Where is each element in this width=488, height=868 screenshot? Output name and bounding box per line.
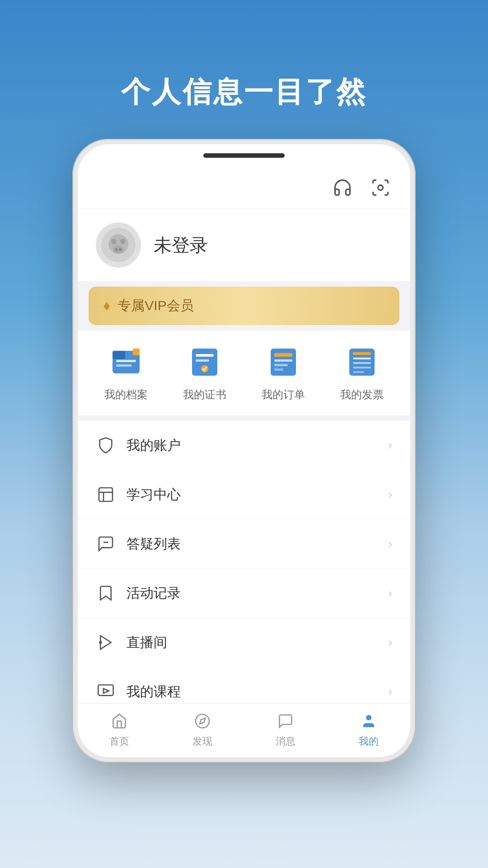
- discover-nav-label: 发现: [192, 735, 212, 748]
- svg-rect-10: [116, 360, 136, 362]
- qa-list-label: 答疑列表: [127, 535, 377, 553]
- activity-arrow-icon: ›: [388, 586, 392, 600]
- nav-messages[interactable]: 消息: [249, 711, 322, 748]
- svg-point-4: [120, 239, 126, 244]
- phone-notch: [78, 144, 410, 167]
- avatar: [96, 222, 141, 268]
- svg-rect-25: [353, 358, 371, 359]
- svg-rect-28: [353, 371, 364, 373]
- svg-point-3: [111, 239, 117, 244]
- svg-rect-19: [274, 353, 292, 357]
- app-header: [78, 167, 410, 209]
- svg-rect-22: [274, 368, 283, 371]
- messages-nav-label: 消息: [276, 735, 296, 748]
- live-arrow-icon: ›: [388, 635, 392, 650]
- hero-title: 个人信息一目了然: [121, 72, 367, 112]
- live-room-label: 直播间: [127, 633, 377, 652]
- svg-rect-16: [196, 359, 209, 362]
- courses-icon: [96, 682, 116, 702]
- svg-rect-9: [113, 351, 125, 359]
- account-icon: [96, 435, 116, 455]
- live-icon: [96, 632, 116, 652]
- svg-rect-11: [116, 364, 131, 367]
- svg-rect-27: [353, 367, 371, 368]
- my-orders-button[interactable]: 我的订单: [252, 344, 315, 402]
- svg-point-0: [378, 185, 383, 190]
- courses-arrow-icon: ›: [388, 684, 392, 699]
- svg-point-6: [115, 248, 118, 251]
- my-invoices-label: 我的发票: [340, 387, 384, 402]
- mine-nav-label: 我的: [359, 735, 379, 748]
- svg-rect-26: [353, 362, 371, 364]
- qa-icon: [96, 534, 116, 554]
- phone-screen: 未登录 ♦ 专属VIP会员 我的档案: [78, 144, 410, 757]
- svg-point-41: [196, 714, 209, 728]
- vip-banner[interactable]: ♦ 专属VIP会员: [89, 287, 399, 325]
- user-name: 未登录: [154, 233, 208, 258]
- my-account-label: 我的账户: [127, 436, 377, 455]
- my-account-item[interactable]: 我的账户 ›: [78, 421, 410, 470]
- my-certs-button[interactable]: 我的证书: [173, 344, 236, 402]
- svg-rect-21: [274, 364, 288, 366]
- my-courses-item[interactable]: 我的课程 ›: [78, 667, 410, 703]
- study-icon: [96, 485, 116, 505]
- study-arrow-icon: ›: [388, 487, 392, 502]
- quick-actions: 我的档案 我的证书: [78, 330, 410, 415]
- notch-bar: [203, 153, 285, 158]
- nav-mine[interactable]: 我的: [333, 711, 405, 748]
- headset-button[interactable]: [331, 176, 354, 199]
- nav-discover[interactable]: 发现: [166, 711, 239, 748]
- live-room-item[interactable]: 直播间 ›: [78, 618, 410, 667]
- study-center-item[interactable]: 学习中心 ›: [78, 470, 410, 519]
- qa-list-item[interactable]: 答疑列表 ›: [78, 519, 410, 569]
- account-arrow-icon: ›: [388, 438, 392, 453]
- activity-records-label: 活动记录: [127, 584, 377, 603]
- nav-home[interactable]: 首页: [83, 711, 155, 748]
- discover-nav-icon: [192, 711, 212, 731]
- qa-arrow-icon: ›: [388, 537, 392, 551]
- messages-nav-icon: [276, 711, 296, 731]
- my-certs-label: 我的证书: [183, 387, 226, 402]
- svg-marker-33: [100, 636, 111, 649]
- svg-point-5: [113, 246, 124, 253]
- svg-rect-29: [99, 488, 113, 501]
- my-orders-label: 我的订单: [262, 387, 305, 402]
- profile-section[interactable]: 未登录: [78, 209, 410, 281]
- svg-point-7: [119, 248, 122, 251]
- svg-rect-13: [133, 349, 140, 355]
- app-content: 未登录 ♦ 专属VIP会员 我的档案: [78, 209, 410, 703]
- phone-mockup: 未登录 ♦ 专属VIP会员 我的档案: [72, 139, 416, 763]
- svg-rect-15: [196, 354, 214, 357]
- activity-records-item[interactable]: 活动记录 ›: [78, 569, 410, 618]
- svg-point-34: [99, 641, 102, 644]
- bottom-nav: 首页 发现: [78, 703, 410, 757]
- svg-marker-36: [103, 689, 109, 693]
- study-center-label: 学习中心: [127, 486, 377, 504]
- activity-icon: [96, 583, 116, 603]
- my-invoices-button[interactable]: 我的发票: [330, 344, 394, 402]
- svg-rect-20: [274, 359, 292, 362]
- svg-rect-18: [271, 349, 296, 376]
- menu-section: 我的账户 › 学习中心 ›: [78, 421, 410, 703]
- mine-nav-icon: [359, 711, 379, 731]
- svg-rect-24: [353, 352, 371, 355]
- vip-label: 专属VIP会员: [117, 297, 193, 315]
- my-files-label: 我的档案: [104, 387, 148, 402]
- home-nav-icon: [109, 711, 129, 731]
- my-files-button[interactable]: 我的档案: [94, 344, 158, 402]
- scan-button[interactable]: [369, 176, 392, 199]
- home-nav-label: 首页: [109, 735, 129, 748]
- vip-diamond-icon: ♦: [103, 297, 110, 314]
- svg-point-45: [366, 715, 371, 721]
- my-courses-label: 我的课程: [127, 683, 377, 701]
